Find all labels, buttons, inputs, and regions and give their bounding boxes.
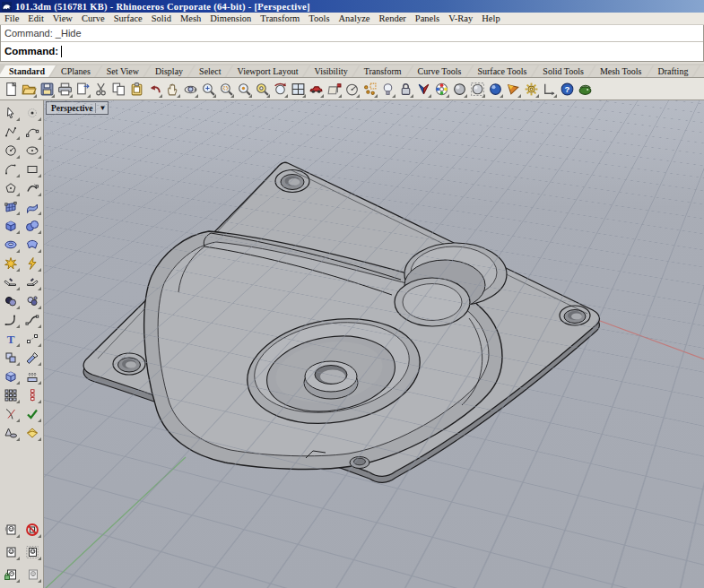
toolbar-button-undo-view-change[interactable]: [271, 80, 289, 99]
command-input[interactable]: Command:: [1, 42, 703, 60]
sidebar-button-ellipse[interactable]: [22, 142, 42, 160]
sidebar-button-control-point-curve[interactable]: [22, 123, 42, 141]
sidebar-button-lock-objects[interactable]: [1, 566, 21, 584]
sidebar-button-arc[interactable]: [1, 160, 21, 178]
menu-item-solid[interactable]: Solid: [147, 13, 176, 23]
viewport-menu-arrow[interactable]: ▼: [99, 103, 106, 113]
toolbar-button-rotate-view[interactable]: [181, 80, 199, 99]
viewport-title-tab[interactable]: Perspective ▼: [46, 101, 109, 115]
toolbar-button-viewport-layout[interactable]: [289, 80, 307, 99]
toolbar-button-new-document[interactable]: [2, 80, 20, 99]
menu-item-view[interactable]: View: [48, 13, 77, 23]
toolbar-button-paste[interactable]: [127, 80, 145, 99]
sidebar-button-torus[interactable]: [1, 236, 21, 254]
menu-item-analyze[interactable]: Analyze: [334, 13, 374, 23]
tab-cplanes[interactable]: CPlanes: [50, 65, 101, 77]
sidebar-button-copy-objects[interactable]: [1, 349, 21, 367]
sidebar-button-fillet-corner[interactable]: [22, 255, 42, 272]
toolbar-button-display-shaded[interactable]: [450, 80, 468, 99]
tab-display[interactable]: Display: [144, 65, 194, 77]
toolbar-button-zoom-dynamic[interactable]: [199, 80, 217, 99]
sidebar-button-spheres[interactable]: [22, 217, 42, 235]
sidebar-button-rectangle[interactable]: [22, 160, 42, 178]
sidebar-button-box[interactable]: [1, 217, 21, 235]
menu-item-v-ray[interactable]: V-Ray: [444, 13, 477, 23]
sidebar-button-array[interactable]: [1, 386, 21, 404]
menu-item-surface[interactable]: Surface: [109, 13, 147, 23]
toolbar-button-zoom-extents[interactable]: [235, 80, 253, 99]
toolbar-button-display-rendered[interactable]: [486, 80, 504, 99]
toolbar-button-radius[interactable]: [343, 80, 361, 99]
sidebar-button-patch-surface[interactable]: [22, 236, 42, 254]
sidebar-button-trim[interactable]: [1, 405, 21, 423]
sidebar-button-primitives[interactable]: [1, 424, 21, 442]
tab-curve-tools[interactable]: Curve Tools: [407, 65, 473, 77]
sidebar-button-select[interactable]: [1, 104, 21, 122]
sidebar-button-show-selected[interactable]: [22, 543, 42, 561]
tab-mesh-tools[interactable]: Mesh Tools: [589, 65, 653, 77]
toolbar-button-copy[interactable]: [109, 80, 127, 99]
toolbar-button-open-file[interactable]: [20, 80, 38, 99]
toolbar-button-measure[interactable]: [325, 80, 343, 99]
gearbox-cover-model[interactable]: [44, 100, 704, 588]
tab-transform[interactable]: Transform: [353, 65, 413, 77]
tab-viewport-layout[interactable]: Viewport Layout: [227, 65, 309, 77]
toolbar-button-help[interactable]: ?: [558, 80, 576, 99]
menu-item-tools[interactable]: Tools: [304, 13, 334, 23]
sidebar-button-solid-box[interactable]: [1, 368, 21, 385]
sidebar-button-surface-from-points[interactable]: [1, 198, 21, 216]
menu-item-dimension[interactable]: Dimension: [205, 13, 256, 23]
toolbar-button-save-file[interactable]: [38, 80, 56, 99]
sidebar-button-polyline[interactable]: [1, 123, 21, 141]
menu-item-render[interactable]: Render: [374, 13, 410, 23]
toolbar-button-copy-to-clipboard[interactable]: [74, 80, 91, 99]
tab-select[interactable]: Select: [188, 65, 231, 77]
sidebar-button-polygon[interactable]: [1, 179, 21, 197]
sidebar-button-extrude[interactable]: [22, 368, 42, 385]
toolbar-button-dimension[interactable]: [540, 80, 558, 99]
sidebar-button-unlock-objects[interactable]: [22, 566, 42, 584]
tab-solid-tools[interactable]: Solid Tools: [532, 65, 595, 77]
window-titlebar[interactable]: 101.3dm (516781 KB) - Rhinoceros Corpora…: [0, 0, 704, 13]
sidebar-button-explode[interactable]: [1, 255, 21, 272]
toolbar-button-lock[interactable]: [396, 80, 414, 99]
sidebar-button-boolean-difference[interactable]: [22, 292, 42, 310]
tab-set-view[interactable]: Set View: [96, 65, 150, 77]
toolbar-button-cut[interactable]: [91, 80, 109, 99]
toolbar-button-points[interactable]: [361, 80, 378, 99]
sidebar-button-offset-surface[interactable]: [22, 424, 42, 442]
menu-item-curve[interactable]: Curve: [77, 13, 109, 23]
toolbar-button-undo[interactable]: [145, 80, 163, 99]
menu-item-transform[interactable]: Transform: [256, 13, 304, 23]
toolbar-button-pan-view[interactable]: [163, 80, 181, 99]
sidebar-button-fillet-curves[interactable]: [1, 311, 21, 329]
toolbar-button-zoom-window[interactable]: [217, 80, 235, 99]
sidebar-button-move-control-points[interactable]: [22, 330, 42, 348]
menu-item-mesh[interactable]: Mesh: [176, 13, 205, 23]
tab-drafting[interactable]: Drafting: [648, 65, 700, 77]
sidebar-button-free-form-curve[interactable]: [22, 179, 42, 197]
toolbar-button-options[interactable]: [522, 80, 540, 99]
sidebar-button-linear-array[interactable]: [22, 386, 42, 404]
sidebar-button-circle[interactable]: [1, 142, 21, 160]
menu-item-panels[interactable]: Panels: [411, 13, 444, 23]
sidebar-button-chamfer[interactable]: [1, 273, 21, 291]
toolbar-button-lamp[interactable]: [378, 80, 396, 99]
tab-surface-tools[interactable]: Surface Tools: [466, 65, 537, 77]
sidebar-button-boolean-union[interactable]: [1, 292, 21, 310]
toolbar-button-zoom-selected[interactable]: [253, 80, 271, 99]
toolbar-button-vray[interactable]: [414, 80, 432, 99]
menu-item-help[interactable]: Help: [477, 13, 504, 23]
menu-item-file[interactable]: File: [0, 13, 23, 23]
tab-visibility[interactable]: Visibility: [304, 65, 359, 77]
sidebar-button-blend-curves[interactable]: [22, 311, 42, 329]
toolbar-button-print[interactable]: [56, 80, 74, 99]
sidebar-button-mirror[interactable]: [22, 349, 42, 367]
sidebar-button-hide-selected[interactable]: [1, 543, 21, 561]
tab-standard[interactable]: Standard: [0, 65, 56, 77]
sidebar-button-curved-surface[interactable]: [22, 198, 42, 216]
toolbar-button-render-small[interactable]: [504, 80, 522, 99]
sidebar-button-hide-objects[interactable]: [1, 521, 21, 539]
sidebar-button-text[interactable]: T: [1, 330, 21, 348]
sidebar-button-show-objects[interactable]: [22, 521, 42, 539]
